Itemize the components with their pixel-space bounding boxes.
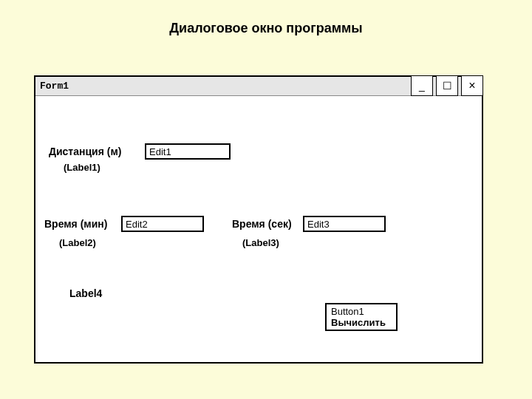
form-window: Form1 _ ☐ × Дистанция (м) (Label1) Edit1… [34, 75, 483, 364]
label-distance-sub: (Label1) [61, 161, 103, 174]
button1[interactable]: Button1 Вычислить [325, 303, 398, 331]
label-distance: Дистанция (м) [46, 145, 124, 158]
window-buttons: _ ☐ × [408, 75, 483, 96]
minimize-button[interactable]: _ [411, 75, 433, 96]
label-time-min-sub: (Label2) [56, 236, 99, 249]
label-time-sec-sub: (Label3) [239, 236, 282, 249]
titlebar[interactable]: Form1 _ ☐ × [35, 77, 482, 96]
form-client-area: Дистанция (м) (Label1) Edit1 Время (мин)… [35, 96, 482, 362]
page-heading: Диалоговое окно программы [0, 21, 532, 36]
label-time-sec: Время (сек) [229, 217, 295, 231]
maximize-button[interactable]: ☐ [436, 75, 458, 96]
button1-label: Вычислить [331, 317, 392, 328]
close-button[interactable]: × [461, 75, 483, 96]
label4: Label4 [66, 287, 105, 300]
edit1-field[interactable]: Edit1 [145, 143, 231, 160]
edit3-field[interactable]: Edit3 [303, 216, 386, 232]
edit2-field[interactable]: Edit2 [121, 216, 204, 232]
label-time-min: Время (мин) [41, 217, 110, 231]
window-title: Form1 [40, 81, 69, 92]
button1-name: Button1 [331, 306, 392, 317]
